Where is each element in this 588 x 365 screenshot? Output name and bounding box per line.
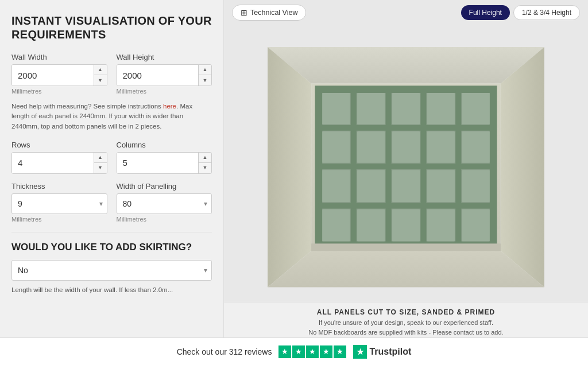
- trustpilot-logo: ★ Trustpilot: [353, 345, 411, 359]
- panel-0-1: [357, 93, 385, 125]
- rows-input-wrapper: ▲ ▼: [11, 152, 107, 174]
- panelling-width-select[interactable]: 60 70 80 90 100: [117, 193, 212, 214]
- columns-group: Columns ▲ ▼: [117, 141, 212, 174]
- wall-height-unit: Millimetres: [117, 88, 212, 95]
- wall-height-spinner: ▲ ▼: [198, 65, 211, 86]
- panel-2-0: [322, 170, 350, 202]
- thickness-select-wrapper: 9 12 18 ▾: [11, 193, 107, 214]
- panel-0-3: [427, 93, 455, 125]
- panelling-width-unit: Millimetres: [117, 216, 212, 223]
- panel-2-3: [427, 170, 455, 202]
- rows-spinner: ▲ ▼: [94, 153, 107, 173]
- wall-width-input[interactable]: [12, 65, 94, 86]
- bottom-info-line-1: If you're unsure of your design, speak t…: [235, 318, 577, 328]
- ceiling: [268, 47, 544, 83]
- thickness-unit: Millimetres: [11, 216, 107, 223]
- rows-group: Rows ▲ ▼: [11, 141, 107, 174]
- thickness-panelling-row: Thickness 9 12 18 ▾ Millimetres Width of…: [11, 182, 212, 227]
- room-visualisation: [224, 0, 588, 302]
- left-panel: INSTANT VISUALISATION OF YOUR REQUIREMEN…: [0, 0, 224, 337]
- full-height-button[interactable]: Full Height: [461, 5, 510, 20]
- skirting-section-title: WOULD YOU LIKE TO ADD SKIRTING?: [11, 242, 212, 253]
- star-5: ★: [334, 345, 346, 358]
- columns-up-btn[interactable]: ▲: [199, 153, 211, 163]
- baseboard: [311, 243, 501, 251]
- columns-input[interactable]: [117, 153, 199, 173]
- skirting-select[interactable]: No Yes: [11, 260, 212, 281]
- wall-height-input[interactable]: [117, 65, 199, 86]
- trustpilot-logo-star: ★: [353, 345, 367, 359]
- technical-view-icon: ⊞: [241, 8, 247, 17]
- skirting-select-wrapper: No Yes ▾: [11, 260, 212, 281]
- bottom-info-line-2: No MDF backboards are supplied with kits…: [235, 328, 577, 337]
- bottom-info-title: ALL PANELS CUT TO SIZE, SANDED & PRIMED: [235, 308, 577, 316]
- wall-width-spinner: ▲ ▼: [94, 65, 107, 86]
- view-toolbar: ⊞ Technical View Full Height 1/2 & 3/4 H…: [224, 0, 588, 25]
- footer: Check out our 312 reviews ★ ★ ★ ★ ★ ★ Tr…: [0, 337, 588, 365]
- panel-2-1: [357, 170, 385, 202]
- star-1: ★: [278, 345, 291, 358]
- panelling-width-group: Width of Panelling 60 70 80 90 100 ▾ Mil…: [117, 182, 212, 227]
- wall-width-down-btn[interactable]: ▼: [94, 75, 107, 86]
- columns-spinner: ▲ ▼: [198, 153, 211, 173]
- rows-up-btn[interactable]: ▲: [94, 153, 107, 163]
- panel-3-2: [392, 209, 420, 242]
- half-height-button[interactable]: 1/2 & 3/4 Height: [513, 5, 580, 20]
- panel-1-1: [357, 131, 385, 163]
- wall-height-up-btn[interactable]: ▲: [199, 65, 211, 75]
- panel-0-4: [462, 93, 490, 125]
- columns-label: Columns: [117, 141, 212, 149]
- thickness-select[interactable]: 9 12 18: [11, 193, 107, 214]
- wall-width-up-btn[interactable]: ▲: [94, 65, 107, 75]
- help-text: Need help with measuring? See simple ins…: [11, 102, 212, 131]
- section-divider: [11, 232, 212, 232]
- rows-down-btn[interactable]: ▼: [94, 163, 107, 173]
- columns-down-btn[interactable]: ▼: [199, 163, 211, 173]
- technical-view-button[interactable]: ⊞ Technical View: [232, 5, 306, 21]
- wall-height-group: Wall Height ▲ ▼ Millimetres: [117, 53, 212, 99]
- floor: [268, 251, 544, 287]
- panel-1-0: [322, 131, 350, 163]
- technical-view-label: Technical View: [250, 9, 297, 17]
- review-count-text: Check out our 312 reviews: [177, 347, 272, 356]
- wall-width-unit: Millimetres: [11, 88, 107, 95]
- rows-columns-row: Rows ▲ ▼ Columns ▲ ▼: [11, 141, 212, 174]
- page-title: INSTANT VISUALISATION OF YOUR REQUIREMEN…: [11, 14, 212, 41]
- panel-3-1: [357, 209, 385, 242]
- panel-0-2: [392, 93, 420, 125]
- wall-width-input-wrapper: ▲ ▼: [11, 64, 107, 86]
- panelling-width-select-wrapper: 60 70 80 90 100 ▾: [117, 193, 212, 214]
- panel-3-4: [462, 209, 490, 242]
- trustpilot-stars: ★ ★ ★ ★ ★: [278, 345, 346, 358]
- panel-2-2: [392, 170, 420, 202]
- main-container: INSTANT VISUALISATION OF YOUR REQUIREMEN…: [0, 0, 588, 337]
- right-panel: ⊞ Technical View Full Height 1/2 & 3/4 H…: [224, 0, 588, 337]
- view-toggle-group: Full Height 1/2 & 3/4 Height: [461, 5, 580, 20]
- help-link[interactable]: here: [163, 103, 176, 110]
- right-wall: [501, 47, 544, 287]
- help-text-prefix: Need help with measuring? See simple ins…: [11, 103, 163, 110]
- star-2: ★: [292, 345, 305, 358]
- left-wall: [268, 47, 311, 287]
- panel-1-4: [462, 131, 490, 163]
- wall-width-label: Wall Width: [11, 53, 107, 61]
- rows-label: Rows: [11, 141, 107, 149]
- panel-3-0: [322, 209, 350, 242]
- panel-3-3: [427, 209, 455, 242]
- star-4: ★: [320, 345, 332, 358]
- wall-height-down-btn[interactable]: ▼: [199, 75, 211, 86]
- bottom-info: ALL PANELS CUT TO SIZE, SANDED & PRIMED …: [224, 302, 588, 337]
- skirting-hint: Length will be the width of your wall. I…: [11, 285, 212, 295]
- trustpilot-label: Trustpilot: [369, 347, 411, 357]
- panel-2-4: [462, 170, 490, 202]
- wall-height-label: Wall Height: [117, 53, 212, 61]
- panel-1-3: [427, 131, 455, 163]
- room-svg: [224, 25, 588, 302]
- panelling-width-label: Width of Panelling: [117, 182, 212, 191]
- rows-input[interactable]: [12, 153, 94, 173]
- columns-input-wrapper: ▲ ▼: [117, 152, 212, 174]
- star-3: ★: [306, 345, 319, 358]
- wall-width-group: Wall Width ▲ ▼ Millimetres: [11, 53, 107, 99]
- panel-1-2: [392, 131, 420, 163]
- thickness-group: Thickness 9 12 18 ▾ Millimetres: [11, 182, 107, 227]
